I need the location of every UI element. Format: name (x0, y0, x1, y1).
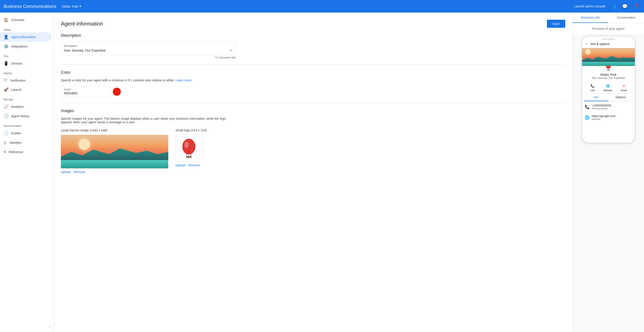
description-label: Description (64, 44, 232, 48)
people-icon[interactable]: 👥 (609, 2, 617, 10)
description-section-title: Description (61, 33, 565, 38)
integrations-icon: ⚙️ (4, 44, 8, 49)
right-panel: Business info Conversation Preview of yo… (572, 13, 644, 332)
guides-icon: 📄 (4, 131, 8, 136)
phone-info-tabs: Info Options (584, 94, 633, 102)
images-row: Large banner image (1440 x 448) Upload R… (61, 128, 565, 174)
sidebar-item-label: Analytics (11, 105, 24, 108)
divider-2 (61, 103, 565, 103)
phone-agent-desc: Your Journey, Our Expertise (582, 76, 635, 80)
sidebar-item-label: Devices (11, 62, 22, 65)
reference-icon: ≡ (4, 149, 6, 154)
phone-banner (582, 48, 635, 66)
help-icon[interactable]: ❓ (632, 2, 640, 10)
history-icon: 🕐 (4, 114, 8, 119)
balloon-svg (180, 138, 198, 158)
sidebar-item-agent-history[interactable]: 🕐 Agent history (0, 111, 52, 121)
chevron-left-icon: ‹ (49, 325, 50, 328)
phone-info-phone-icon: 📞 (585, 104, 590, 109)
phone-info-item-phone: 📞 +15555555555 Primary phone (582, 102, 635, 112)
phone-action-email[interactable]: ✉ Email (621, 83, 627, 92)
color-field[interactable]: Color* #E91B0C (61, 86, 110, 97)
banner-actions: Upload Remove (61, 170, 168, 174)
phone-info-website-icon: 🌐 (585, 115, 590, 120)
phone-tab-info[interactable]: Info (584, 94, 608, 101)
launch-admin-link[interactable]: Launch admin console (574, 5, 606, 8)
banner-upload-link[interactable]: Upload (61, 170, 71, 174)
sidebar-item-integrations[interactable]: ⚙️ Integrations (0, 42, 52, 51)
deploy-section-label: Deploy (0, 68, 54, 76)
home-icon: 🏠 (4, 18, 8, 23)
color-value: #E91B0C (64, 91, 107, 95)
sidebar-item-verification[interactable]: 🛡 Verification (0, 76, 52, 85)
logo-label: Small logo (224 x 224) (176, 128, 207, 132)
phone-info-phone-text: +15555555555 Primary phone (592, 104, 611, 110)
banner-remove-link[interactable]: Remove (74, 170, 85, 174)
brand-selector[interactable]: Globo Trek ▾ (62, 4, 81, 8)
phone-banner-water (582, 62, 635, 66)
color-field-wrap: Color* #E91B0C (61, 86, 565, 97)
top-nav: Business Communications Globo Trek ▾ Lau… (0, 0, 644, 13)
logo-remove-link[interactable]: Remove (188, 163, 200, 167)
description-section: Description Description Your Journey, Ou… (61, 33, 565, 59)
phone-info-website-text: https://google.com Website (592, 114, 616, 120)
description-value: Your Journey, Our Expertise (64, 48, 232, 52)
phone-top-label: Info & options (590, 42, 610, 46)
right-panel-tabs: Business info Conversation (572, 13, 644, 23)
sidebar-item-label: Overview (11, 18, 24, 22)
sidebar-item-overview[interactable]: 🏠 Overview (0, 15, 52, 25)
logo-col: Small logo (224 x 224) (176, 128, 207, 167)
color-section-title: Color (61, 70, 565, 75)
phone-action-row: 📞 Call 🌐 Website ✉ Email (582, 81, 635, 94)
sidebar-item-reference[interactable]: ≡ Reference (0, 147, 52, 156)
sidebar-item-label: Launch (11, 88, 22, 91)
images-section: Images Specify images for your agent. Th… (61, 108, 565, 174)
svg-line-11 (607, 69, 608, 70)
sidebar-collapse-button[interactable]: ‹ (0, 325, 54, 328)
phone-action-website[interactable]: 🌐 Website (604, 83, 612, 92)
edit-icon[interactable]: ✏ (230, 49, 232, 52)
svg-rect-14 (607, 70, 610, 70)
color-label: Color* (64, 88, 107, 91)
sidebar: 🏠 Overview Setup 👤 Agent information ⚙️ … (0, 13, 54, 332)
sidebar-item-agent-information[interactable]: 👤 Agent information (0, 32, 52, 42)
brand-dropdown-arrow: ▾ (80, 4, 81, 8)
phone-agent-name: Globo Trek (582, 73, 635, 76)
tab-business-info[interactable]: Business info (572, 13, 608, 23)
logo-upload-link[interactable]: Upload (176, 163, 185, 167)
save-button[interactable]: Save (547, 20, 565, 28)
setup-section-label: Setup (0, 25, 54, 32)
phone-tab-options[interactable]: Options (608, 94, 633, 101)
images-section-title: Images (61, 108, 565, 113)
tab-conversation[interactable]: Conversation (608, 13, 644, 23)
shield-icon: 🛡 (4, 78, 8, 83)
banner-label: Large banner image (1440 x 448) (61, 128, 168, 132)
sidebar-item-devices[interactable]: 📱 Devices (0, 59, 52, 68)
chat-icon[interactable]: 💬 (621, 2, 629, 10)
banner-water (61, 160, 168, 169)
sidebar-item-label: Guides (11, 131, 21, 135)
color-swatch[interactable] (113, 88, 121, 96)
manage-section-label: Manage (0, 94, 54, 102)
description-field[interactable]: Description Your Journey, Our Expertise … (61, 42, 236, 55)
sidebar-item-samples[interactable]: ◇ Samples (0, 138, 52, 147)
sidebar-item-label: Verification (10, 79, 26, 82)
phone-action-call[interactable]: 📞 Call (590, 83, 595, 92)
phone-screen: ← Info & options (582, 40, 635, 143)
page-header: Agent information Save (61, 20, 565, 28)
top-nav-right: Launch admin console 👥 💬 ❓ (574, 2, 640, 10)
website-icon: 🌐 (605, 83, 611, 89)
sidebar-item-label: Reference (9, 150, 23, 154)
learn-more-link[interactable]: Learn more (176, 78, 192, 82)
phone-top-bar: ← Info & options (582, 40, 635, 48)
svg-point-1 (184, 142, 189, 148)
phone-info-item-website: 🌐 https://google.com Website (582, 112, 635, 123)
logo-image (176, 135, 202, 162)
person-icon: 👤 (4, 35, 8, 40)
banner-image (61, 135, 168, 168)
sidebar-item-guides[interactable]: 📄 Guides (0, 128, 52, 138)
sidebar-item-analytics[interactable]: 📈 Analytics (0, 102, 52, 111)
samples-icon: ◇ (4, 140, 7, 145)
sidebar-item-launch[interactable]: 🚀 Launch (0, 85, 52, 94)
phone-back-arrow-icon[interactable]: ← (585, 42, 589, 46)
